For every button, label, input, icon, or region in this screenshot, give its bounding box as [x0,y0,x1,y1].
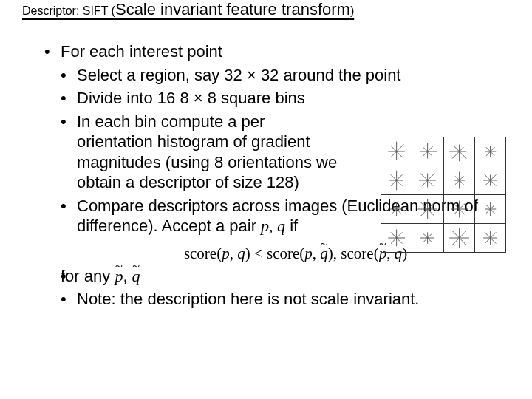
svg-line-77 [420,209,428,216]
fp: p [222,245,230,262]
math-pq: p, q [261,216,285,235]
fp2: p [304,245,313,262]
svg-line-25 [490,147,494,151]
svg-line-65 [397,205,401,209]
forany-text: for any [61,267,115,285]
svg-line-17 [459,147,463,151]
svg-line-13 [423,151,428,156]
svg-line-69 [392,209,397,214]
svg-line-119 [452,231,460,239]
svg-line-97 [397,232,403,238]
forany-c: , [123,267,132,285]
svg-line-29 [486,151,491,156]
bullet-text: For each interest point [61,42,222,61]
svg-line-111 [423,233,428,238]
svg-line-87 [454,203,460,209]
svg-line-89 [490,205,494,209]
svg-line-103 [391,232,397,238]
f3: ), score( [328,245,379,262]
bullet-text: Select a region, say 32 × 32 around the … [77,66,400,84]
svg-line-39 [391,174,397,180]
svg-line-73 [428,202,435,210]
svg-line-123 [490,238,496,244]
svg-line-83 [459,209,465,215]
svg-line-35 [397,180,403,186]
fq: q [237,245,245,262]
svg-line-75 [428,209,435,216]
svg-line-61 [485,180,491,186]
svg-line-117 [452,238,460,245]
svg-line-11 [428,151,432,156]
title-sub: Scale invariant feature transform [115,0,350,18]
grid-cell [443,137,474,166]
svg-line-31 [486,147,491,151]
sift-grid-figure [381,137,506,253]
svg-line-37 [391,180,397,186]
svg-line-101 [391,238,397,244]
f2: ) < score( [245,245,305,262]
bullet-text: In each bin compute a per orientation hi… [77,112,337,192]
bullet-divide: Divide into 16 8 × 8 square bins [44,88,502,109]
fc1: , [230,245,238,262]
svg-line-33 [397,174,403,180]
bullet-text: Divide into 16 8 × 8 square bins [77,89,305,107]
svg-line-47 [420,174,428,181]
svg-line-63 [485,174,491,180]
svg-line-71 [392,205,397,209]
svg-line-67 [397,209,401,214]
svg-line-27 [490,151,494,156]
note-text: Note: the description here is not scale … [77,290,419,308]
svg-line-7 [391,146,397,151]
svg-line-21 [452,151,460,159]
svg-line-121 [490,232,496,238]
grid-cell [474,166,505,195]
svg-line-95 [486,205,491,209]
svg-line-113 [459,231,466,239]
svg-line-85 [454,209,460,215]
bullet-note: Note: the description here is not scale … [44,289,502,310]
svg-line-107 [428,238,432,242]
bullet-main: For each interest point [44,41,502,62]
svg-line-5 [391,151,397,157]
svg-line-57 [490,174,496,180]
grid-cell [443,224,474,253]
grid-cell [381,137,412,166]
svg-line-105 [428,233,432,238]
bullet-select-region: Select a region, say 32 × 32 around the … [44,65,502,86]
svg-line-53 [454,180,459,185]
svg-line-115 [459,238,466,245]
svg-line-127 [485,232,491,238]
svg-line-23 [454,146,460,151]
svg-line-51 [459,180,463,185]
slide-title: Descriptor: SIFT (Scale invariant featur… [0,0,532,19]
svg-line-19 [459,151,466,159]
svg-line-49 [459,176,463,180]
svg-line-79 [420,202,428,210]
grid-cell [474,137,505,166]
svg-line-55 [454,176,459,180]
svg-line-15 [423,147,428,151]
grid-cell [412,166,443,195]
svg-line-43 [428,180,434,186]
grid-cell [412,195,443,224]
bullet-forany: for any p, q [44,266,502,287]
svg-line-99 [397,238,403,244]
grid-cell [474,195,505,224]
bullet-if: if [285,216,298,235]
f1: score( [184,245,222,262]
svg-line-125 [485,238,491,244]
grid-cell [443,166,474,195]
sift-grid-table [381,137,506,253]
grid-cell [381,224,412,253]
svg-line-109 [423,238,428,242]
fqt: q [320,244,328,263]
svg-line-3 [397,151,403,157]
forany-pt: p [115,266,123,287]
svg-line-93 [486,209,491,214]
grid-cell [412,224,443,253]
grid-cell [443,195,474,224]
title-main: Descriptor: SIFT ( [22,4,115,17]
svg-line-41 [428,174,435,181]
svg-line-45 [422,180,428,186]
grid-cell [381,195,412,224]
